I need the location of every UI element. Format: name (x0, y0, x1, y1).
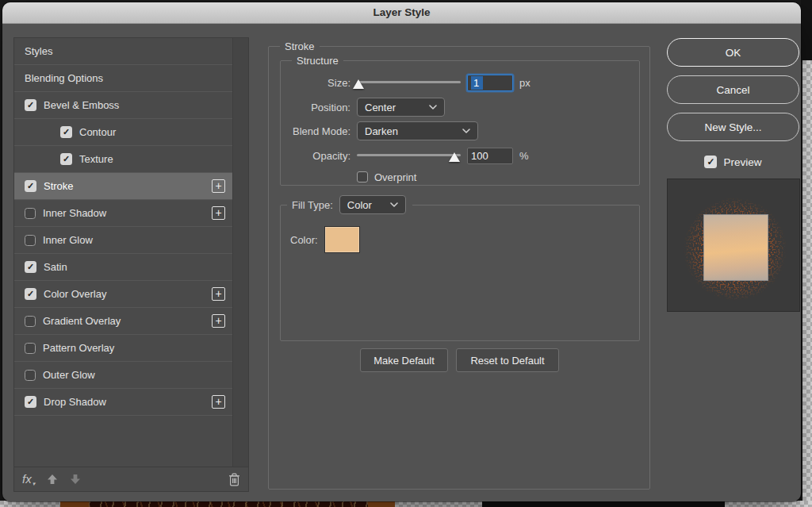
style-enable-checkbox[interactable] (25, 370, 36, 381)
style-enable-checkbox[interactable] (25, 180, 36, 192)
sidebar-list: StylesBlending OptionsBevel & EmbossCont… (14, 38, 232, 467)
opacity-slider-track[interactable] (357, 154, 461, 156)
canvas-transparency-strip (725, 501, 812, 507)
sidebar-item-contour[interactable]: Contour (14, 119, 232, 146)
trash-icon (228, 473, 240, 486)
sidebar-item-label: Gradient Overlay (43, 315, 212, 327)
cancel-button[interactable]: Cancel (667, 75, 799, 104)
arrow-up-icon (47, 474, 58, 485)
sidebar-item-blending-options[interactable]: Blending Options (14, 65, 232, 92)
reset-default-button[interactable]: Reset to Default (456, 348, 559, 372)
preview-row: Preview (667, 154, 799, 170)
sidebar-item-label: Color Overlay (44, 288, 212, 300)
fill-type-select[interactable]: Color (339, 195, 406, 214)
arrow-down-icon (70, 474, 81, 485)
preview-checkbox[interactable] (704, 156, 717, 168)
size-slider-track[interactable] (357, 81, 461, 83)
opacity-input[interactable]: 100 (467, 148, 513, 164)
color-swatch[interactable] (324, 226, 360, 253)
opacity-value: 100 (471, 150, 488, 162)
size-unit-label: px (519, 77, 530, 89)
sidebar-item-label: Styles (25, 45, 232, 57)
styles-sidebar: StylesBlending OptionsBevel & EmbossCont… (13, 37, 249, 492)
sidebar-item-drop-shadow[interactable]: Drop Shadow (14, 389, 232, 416)
style-enable-checkbox[interactable] (25, 316, 36, 327)
delete-style-button[interactable] (228, 473, 240, 486)
sidebar-item-texture[interactable]: Texture (14, 146, 232, 173)
move-down-button[interactable] (70, 474, 81, 485)
ok-button[interactable]: OK (667, 38, 799, 67)
sidebar-footer: fx▾ (14, 467, 248, 491)
workspace-background (801, 0, 812, 62)
opacity-row: Opacity: 100 % (281, 145, 639, 166)
sidebar-item-inner-glow[interactable]: Inner Glow (14, 227, 232, 254)
size-slider[interactable] (357, 73, 461, 92)
sidebar-item-label: Bevel & Emboss (44, 99, 232, 111)
fill-type-label: Fill Type: (292, 199, 333, 211)
add-effect-button[interactable] (212, 206, 225, 220)
blend-mode-row: Blend Mode: Darken (281, 121, 639, 141)
sidebar-item-inner-shadow[interactable]: Inner Shadow (14, 200, 232, 227)
preview-layer-square (703, 214, 768, 281)
chevron-down-icon (390, 202, 398, 207)
sidebar-item-pattern-overlay[interactable]: Pattern Overlay (14, 335, 232, 362)
style-enable-checkbox[interactable] (25, 235, 36, 246)
style-enable-checkbox[interactable] (25, 261, 36, 273)
sidebar-item-label: Texture (79, 153, 232, 165)
sidebar-item-satin[interactable]: Satin (14, 254, 232, 281)
size-row: Size: 1 px (281, 72, 639, 93)
style-enable-checkbox[interactable] (25, 343, 36, 354)
make-default-button[interactable]: Make Default (360, 348, 448, 372)
size-slider-thumb[interactable] (353, 79, 364, 89)
fx-caret-icon: ▾ (33, 481, 36, 486)
sidebar-item-label: Blending Options (25, 72, 232, 84)
style-enable-checkbox[interactable] (25, 99, 36, 111)
size-label: Size: (281, 77, 350, 89)
move-up-button[interactable] (47, 474, 58, 485)
sidebar-item-label: Pattern Overlay (43, 342, 232, 354)
position-label: Position: (281, 102, 350, 113)
overprint-checkbox[interactable] (357, 171, 368, 182)
layer-style-dialog: Layer Style StylesBlending OptionsBevel … (2, 2, 801, 501)
sidebar-item-styles[interactable]: Styles (14, 38, 232, 65)
position-value: Center (365, 102, 396, 113)
sidebar-item-stroke[interactable]: Stroke (14, 173, 232, 200)
canvas-artwork-strip (368, 501, 395, 507)
new-style-button[interactable]: New Style... (667, 113, 799, 141)
fx-menu-button[interactable]: fx▾ (22, 473, 35, 486)
canvas-artwork-strip (89, 501, 368, 507)
sidebar-item-label: Outer Glow (43, 369, 232, 381)
style-enable-checkbox[interactable] (25, 208, 36, 219)
add-effect-button[interactable] (212, 314, 225, 328)
sidebar-item-color-overlay[interactable]: Color Overlay (14, 281, 232, 308)
overprint-label: Overprint (374, 171, 416, 183)
sidebar-item-outer-glow[interactable]: Outer Glow (14, 362, 232, 389)
blend-mode-label: Blend Mode: (281, 125, 350, 137)
opacity-slider[interactable] (357, 146, 461, 165)
title-bar[interactable]: Layer Style (2, 2, 801, 24)
canvas-transparency-strip (802, 60, 812, 507)
add-effect-button[interactable] (212, 287, 225, 301)
opacity-slider-thumb[interactable] (449, 152, 460, 162)
size-input[interactable]: 1 (467, 75, 513, 91)
overprint-row: Overprint (281, 167, 639, 187)
style-enable-checkbox[interactable] (60, 153, 72, 165)
sidebar-item-label: Stroke (44, 180, 212, 192)
blend-mode-value: Darken (365, 125, 398, 137)
style-enable-checkbox[interactable] (60, 126, 72, 138)
position-select[interactable]: Center (357, 98, 445, 117)
style-enable-checkbox[interactable] (25, 288, 36, 300)
opacity-label: Opacity: (281, 150, 350, 162)
add-effect-button[interactable] (212, 179, 225, 193)
canvas-artwork-strip (60, 501, 89, 507)
sidebar-item-bevel-emboss[interactable]: Bevel & Emboss (14, 92, 232, 119)
add-effect-button[interactable] (212, 395, 225, 409)
style-enable-checkbox[interactable] (25, 396, 36, 408)
sidebar-item-gradient-overlay[interactable]: Gradient Overlay (14, 308, 232, 335)
sidebar-item-label: Drop Shadow (44, 396, 212, 408)
window-title: Layer Style (373, 6, 430, 18)
fill-type-group: Fill Type: Color Color: (280, 205, 640, 341)
sidebar-scrollbar[interactable] (232, 38, 248, 467)
blend-mode-select[interactable]: Darken (357, 121, 478, 140)
chevron-down-icon (429, 105, 437, 109)
